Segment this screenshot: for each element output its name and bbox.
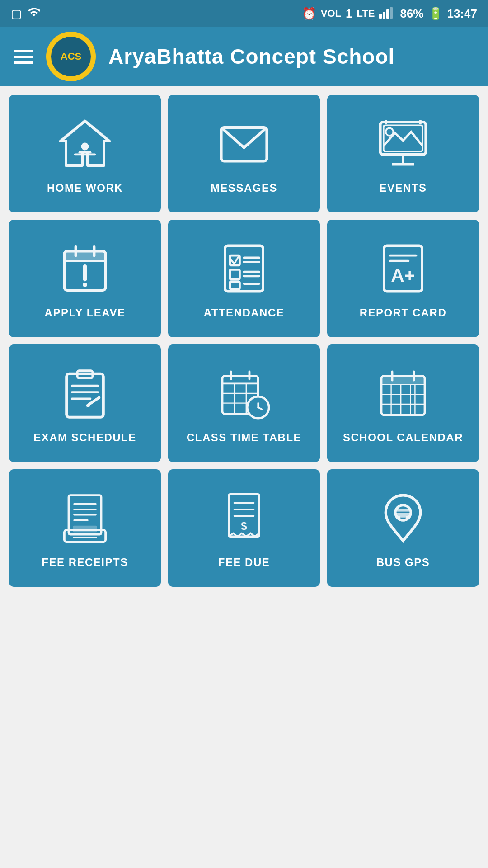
- grid-item-home-work[interactable]: HOME WORK: [9, 95, 161, 212]
- bus-gps-icon: [376, 491, 430, 545]
- events-label: EVENTS: [379, 182, 427, 194]
- exam-schedule-label: EXAM SCHEDULE: [33, 431, 136, 444]
- grid-item-fee-receipts[interactable]: FEE RECEIPTS: [9, 469, 161, 587]
- report-card-icon: A+: [376, 241, 430, 296]
- signal-bars: [379, 6, 395, 22]
- bottom-area: [0, 596, 488, 868]
- svg-point-83: [406, 516, 409, 519]
- attendance-icon: [217, 241, 271, 296]
- fee-receipts-icon: [58, 491, 112, 545]
- svg-rect-3: [390, 7, 393, 19]
- svg-rect-9: [380, 122, 426, 155]
- battery-percent: 86%: [400, 7, 423, 21]
- svg-rect-55: [381, 376, 425, 385]
- main-grid: HOME WORK MESSAGES: [0, 86, 488, 596]
- vol-indicator: VOL: [321, 8, 341, 19]
- report-card-label: REPORT CARD: [360, 307, 447, 319]
- svg-rect-7: [74, 154, 96, 156]
- status-bar-left: ▢: [11, 6, 40, 22]
- home-work-label: HOME WORK: [47, 182, 123, 194]
- sim-icon: ▢: [11, 7, 22, 21]
- svg-rect-2: [386, 9, 389, 19]
- grid-item-exam-schedule[interactable]: EXAM SCHEDULE: [9, 344, 161, 462]
- svg-text:A+: A+: [391, 265, 415, 286]
- grid-item-report-card[interactable]: A+ REPORT CARD: [327, 220, 479, 337]
- events-icon: [376, 117, 430, 171]
- grid-item-school-calendar[interactable]: SCHOOL CALENDAR: [327, 344, 479, 462]
- grid-item-fee-due[interactable]: $ FEE DUE: [168, 469, 320, 587]
- svg-rect-36: [66, 374, 103, 417]
- svg-rect-1: [383, 12, 385, 19]
- alarm-icon: ⏰: [302, 7, 316, 21]
- attendance-label: ATTENDANCE: [204, 307, 285, 319]
- school-name: AryaBhatta Concept School: [108, 44, 394, 69]
- grid-item-attendance[interactable]: ATTENDANCE: [168, 220, 320, 337]
- svg-point-5: [81, 143, 89, 151]
- exam-schedule-icon: [58, 366, 112, 420]
- grid-item-apply-leave[interactable]: APPLY LEAVE: [9, 220, 161, 337]
- school-calendar-label: SCHOOL CALENDAR: [343, 431, 463, 444]
- hamburger-menu[interactable]: [14, 50, 33, 64]
- class-time-table-icon: [217, 366, 271, 420]
- grid-item-bus-gps[interactable]: BUS GPS: [327, 469, 479, 587]
- status-bar: ▢ ⏰ VOL 1 LTE 86% 🔋 13:47: [0, 0, 488, 27]
- svg-rect-27: [230, 269, 240, 279]
- svg-rect-30: [230, 282, 240, 289]
- fee-due-label: FEE DUE: [218, 556, 270, 569]
- clock: 13:47: [447, 7, 478, 21]
- school-logo: ACS: [46, 32, 96, 81]
- wifi-icon: [28, 6, 40, 22]
- messages-icon: [217, 117, 271, 171]
- bus-gps-label: BUS GPS: [376, 556, 430, 569]
- apply-leave-icon: [58, 241, 112, 296]
- logo-text: ACS: [61, 51, 81, 62]
- sim-number: 1: [346, 7, 352, 21]
- grid-item-class-time-table[interactable]: CLASS TIME TABLE: [168, 344, 320, 462]
- lte-icon: LTE: [357, 8, 375, 19]
- fee-due-icon: $: [217, 491, 271, 545]
- messages-label: MESSAGES: [211, 182, 277, 194]
- school-calendar-icon: [376, 366, 430, 420]
- svg-text:$: $: [241, 520, 247, 532]
- svg-rect-17: [64, 251, 105, 261]
- svg-point-11: [386, 128, 394, 136]
- apply-leave-label: APPLY LEAVE: [45, 307, 126, 319]
- svg-rect-73: [73, 526, 97, 532]
- grid-item-events[interactable]: EVENTS: [327, 95, 479, 212]
- home-work-icon: [58, 117, 112, 171]
- svg-rect-6: [79, 151, 92, 154]
- battery-icon: 🔋: [428, 7, 443, 21]
- grid-item-messages[interactable]: MESSAGES: [168, 95, 320, 212]
- app-header: ACS AryaBhatta Concept School: [0, 27, 488, 86]
- class-time-table-label: CLASS TIME TABLE: [187, 431, 301, 444]
- svg-point-82: [397, 516, 400, 519]
- fee-receipts-label: FEE RECEIPTS: [42, 556, 128, 569]
- svg-point-22: [83, 283, 87, 287]
- svg-rect-0: [379, 14, 382, 19]
- status-bar-right: ⏰ VOL 1 LTE 86% 🔋 13:47: [302, 6, 477, 22]
